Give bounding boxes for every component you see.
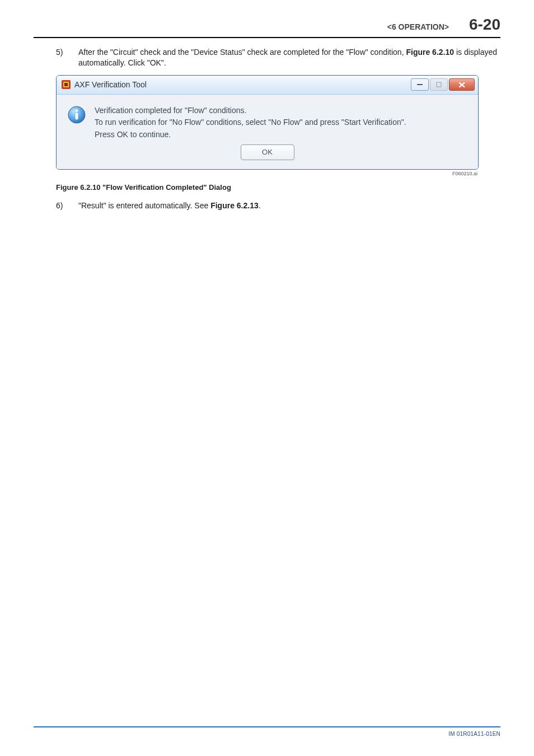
- footer-rule: [34, 726, 500, 727]
- maximize-icon: [436, 82, 442, 87]
- section-label: <6 OPERATION>: [387, 22, 449, 31]
- svg-rect-5: [76, 113, 78, 119]
- ok-button-label: OK: [262, 148, 273, 156]
- minimize-icon: [417, 84, 423, 85]
- step-5-bold: Figure 6.2.10: [406, 48, 454, 57]
- dialog-window: AXF Verification Tool ✕: [56, 75, 479, 170]
- step-6-bold: Figure 6.2.13: [210, 201, 259, 210]
- step-6-text: "Result" is entered automatically. See F…: [78, 200, 261, 211]
- window-buttons: ✕: [410, 78, 475, 91]
- step-5: 5) After the "Circuit" check and the "De…: [56, 47, 500, 68]
- step-6-num: 6): [56, 200, 68, 211]
- page-number: 6-20: [469, 16, 500, 34]
- page-footer: IM 01R01A11-01EN: [34, 726, 500, 737]
- step-6: 6) "Result" is entered automatically. Se…: [56, 200, 500, 211]
- app-icon: [61, 80, 71, 90]
- image-ref: F060210.ai: [56, 171, 479, 176]
- maximize-button[interactable]: [430, 78, 448, 91]
- svg-rect-2: [64, 83, 68, 86]
- dialog-line1: Verification completed for "Flow" condit…: [95, 105, 406, 117]
- dialog-line2: To run verification for "No Flow" condit…: [95, 116, 406, 129]
- close-icon: ✕: [458, 81, 466, 89]
- info-icon: [67, 105, 87, 125]
- svg-point-4: [76, 109, 78, 112]
- step-6-text-after: .: [259, 201, 261, 210]
- dialog-body: Verification completed for "Flow" condit…: [57, 95, 478, 169]
- figure-caption: Figure 6.2.10 "Flow Verification Complet…: [56, 183, 500, 192]
- dialog-line3: Press OK to continue.: [95, 129, 406, 141]
- step-5-text: After the "Circuit" check and the "Devic…: [78, 47, 500, 68]
- minimize-button[interactable]: [411, 78, 429, 91]
- footer-doc-id: IM 01R01A11-01EN: [34, 731, 500, 737]
- step-5-num: 5): [56, 47, 68, 68]
- dialog-title: AXF Verification Tool: [74, 80, 147, 89]
- titlebar: AXF Verification Tool ✕: [57, 76, 478, 95]
- dialog-message: Verification completed for "Flow" condit…: [95, 105, 406, 141]
- step-5-text-before: After the "Circuit" check and the "Devic…: [78, 48, 406, 57]
- step-6-text-before: "Result" is entered automatically. See: [78, 201, 210, 210]
- ok-button[interactable]: OK: [241, 144, 294, 160]
- page-header: <6 OPERATION> 6-20: [34, 0, 500, 34]
- close-button[interactable]: ✕: [449, 78, 475, 91]
